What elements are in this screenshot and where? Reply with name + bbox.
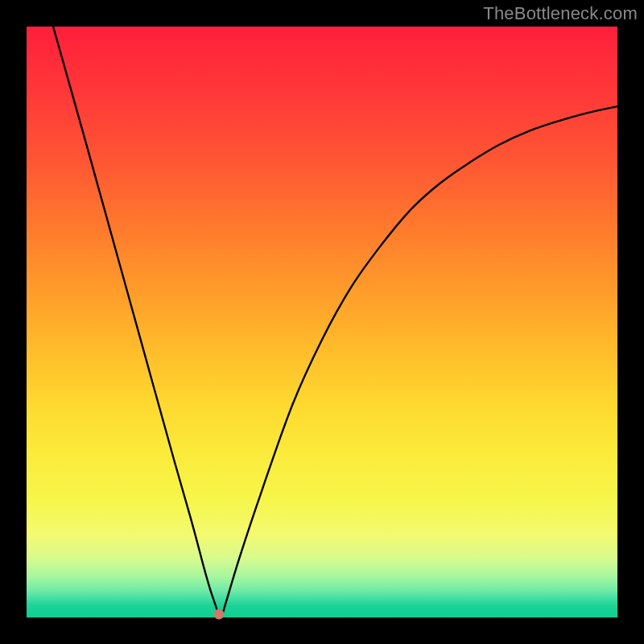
bottleneck-curve <box>27 27 617 617</box>
plot-area <box>27 27 617 617</box>
watermark-text: TheBottleneck.com <box>483 3 638 24</box>
chart-frame: TheBottleneck.com <box>0 0 644 644</box>
optimal-point-marker <box>213 609 224 620</box>
